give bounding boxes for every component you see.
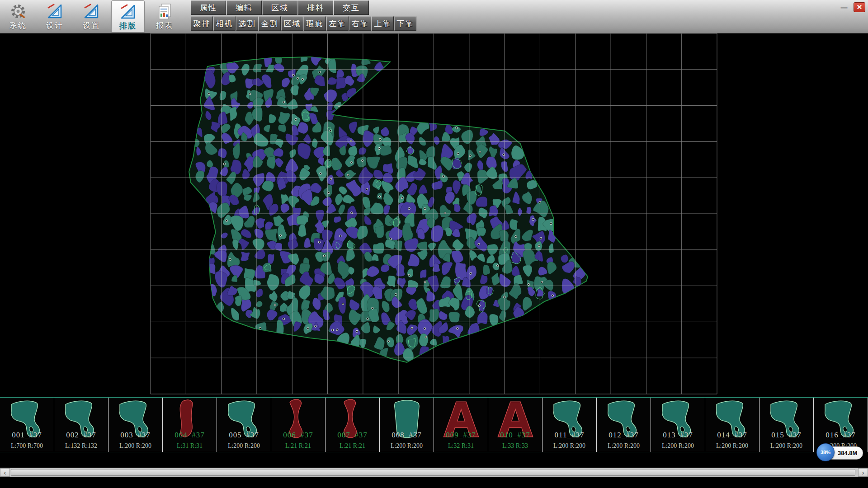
- titlebar: 系统设计设置排版报表 属性编辑区域排料交互 聚排相机选割全割区域瑕疵左靠右靠上靠…: [0, 0, 868, 33]
- piece-thumbnail[interactable]: 012_#37L:200 R:200: [597, 398, 651, 452]
- menu-action-button[interactable]: 选割: [236, 16, 258, 31]
- menu-action-button[interactable]: 区域: [281, 16, 303, 31]
- menu-action-button[interactable]: 左靠: [326, 16, 349, 31]
- piece-lr-label: L:132 R:132: [54, 442, 108, 450]
- gear-icon: [8, 1, 28, 21]
- toolbar-button-label: 设计: [46, 21, 63, 30]
- piece-thumbnail[interactable]: 007_#37L:21 R:21: [326, 398, 380, 452]
- piece-name-label: 003_#37: [108, 431, 162, 440]
- piece-thumbnail[interactable]: 008_#37L:200 R:200: [380, 398, 434, 452]
- report-icon: [155, 1, 175, 21]
- pieces-strip: 001_#37L:700 R:700002_#37L:132 R:132003_…: [0, 397, 868, 452]
- piece-name-label: 007_#37: [326, 431, 379, 440]
- piece-name-label: 009_#37: [434, 431, 488, 440]
- piece-lr-label: L:31 R:31: [163, 442, 217, 450]
- piece-lr-label: L:200 R:200: [542, 442, 596, 450]
- window-controls: — ✕: [838, 2, 865, 12]
- scroll-right-arrow[interactable]: ›: [858, 468, 868, 477]
- status-bar: 384.8M 38%: [816, 443, 867, 461]
- piece-name-label: 008_#37: [380, 431, 434, 440]
- menu-action-button[interactable]: 瑕疵: [304, 16, 326, 31]
- menu-tabs: 属性编辑区域排料交互: [191, 0, 416, 15]
- piece-name-label: 002_#37: [54, 431, 108, 440]
- piece-thumbnail[interactable]: 015_#37L:200 R:200: [760, 398, 814, 452]
- piece-thumbnail[interactable]: 014_#37L:200 R:200: [705, 398, 760, 452]
- menu-actions: 聚排相机选割全割区域瑕疵左靠右靠上靠下靠: [191, 15, 416, 31]
- menu-action-button[interactable]: 聚排: [191, 16, 213, 31]
- piece-thumbnail[interactable]: 013_#37L:200 R:200: [651, 398, 705, 452]
- menu-action-button[interactable]: 下靠: [394, 16, 416, 31]
- piece-name-label: 014_#37: [705, 431, 759, 440]
- toolbar-button-排版[interactable]: 排版: [111, 0, 145, 33]
- piece-lr-label: L:200 R:200: [705, 442, 759, 450]
- piece-name-label: 012_#37: [597, 431, 651, 440]
- piece-name-label: 015_#37: [760, 431, 813, 440]
- close-button[interactable]: ✕: [854, 2, 865, 12]
- piece-name-label: 006_#37: [271, 431, 325, 440]
- piece-lr-label: L:200 R:200: [380, 442, 434, 450]
- piece-lr-label: L:200 R:200: [597, 442, 651, 450]
- menu-tab[interactable]: 编辑: [226, 0, 262, 15]
- piece-lr-label: L:200 R:200: [651, 442, 705, 450]
- toolbar-button-报表[interactable]: 报表: [148, 0, 181, 33]
- scroll-left-arrow[interactable]: ‹: [0, 468, 10, 477]
- piece-lr-label: L:200 R:200: [108, 442, 162, 450]
- piece-thumbnail[interactable]: 004_#37L:31 R:31: [163, 398, 217, 452]
- piece-thumbnail[interactable]: 006_#37L:21 R:21: [271, 398, 326, 452]
- menu-tab[interactable]: 交互: [334, 0, 369, 15]
- piece-thumbnail[interactable]: 001_#37L:700 R:700: [0, 398, 54, 452]
- menu-tab[interactable]: 属性: [191, 0, 226, 15]
- piece-lr-label: L:200 R:200: [760, 442, 813, 450]
- toolbar-button-label: 设置: [83, 21, 100, 30]
- minimize-button[interactable]: —: [838, 2, 850, 12]
- memory-percent-badge[interactable]: 38%: [816, 443, 835, 461]
- set-square-icon: [118, 2, 138, 22]
- toolbar-button-label: 系统: [9, 21, 27, 30]
- scrollbar-track[interactable]: [10, 468, 858, 477]
- piece-lr-label: L:33 R:33: [488, 442, 542, 450]
- menu-action-button[interactable]: 全割: [259, 16, 281, 31]
- piece-lr-label: L:32 R:31: [434, 442, 488, 450]
- toolbar-button-label: 报表: [156, 21, 173, 30]
- piece-thumbnail[interactable]: 009_#37L:32 R:31: [434, 398, 488, 452]
- piece-name-label: 016_#37: [814, 431, 868, 440]
- piece-thumbnail[interactable]: 002_#37L:132 R:132: [54, 398, 108, 452]
- nesting-canvas[interactable]: [0, 33, 868, 397]
- toolbar-button-系统[interactable]: 系统: [1, 0, 35, 33]
- piece-lr-label: L:700 R:700: [0, 442, 54, 450]
- app-toolbar-buttons: 系统设计设置排版报表: [1, 0, 181, 33]
- piece-name-label: 005_#37: [217, 431, 271, 440]
- menu-action-button[interactable]: 上靠: [372, 16, 394, 31]
- toolbar-button-设计[interactable]: 设计: [38, 0, 71, 33]
- set-square-icon: [45, 1, 65, 21]
- menu-tab[interactable]: 区域: [262, 0, 297, 15]
- piece-name-label: 004_#37: [163, 431, 217, 440]
- bottom-filler: [0, 477, 868, 488]
- piece-thumbnail[interactable]: 011_#37L:200 R:200: [542, 398, 597, 452]
- piece-lr-label: L:200 R:200: [217, 442, 271, 450]
- menu-action-button[interactable]: 相机: [213, 16, 236, 31]
- piece-thumbnail[interactable]: 003_#37L:200 R:200: [108, 398, 163, 452]
- scrollbar-thumb[interactable]: [11, 469, 855, 476]
- piece-thumbnail[interactable]: 010_#37L:33 R:33: [488, 398, 542, 452]
- piece-lr-label: L:21 R:21: [326, 442, 379, 450]
- menu-tab[interactable]: 排料: [298, 0, 333, 15]
- piece-name-label: 010_#37: [488, 431, 542, 440]
- toolbar-button-设置[interactable]: 设置: [75, 0, 108, 33]
- menu-action-button[interactable]: 右靠: [349, 16, 371, 31]
- piece-name-label: 013_#37: [651, 431, 705, 440]
- nesting-canvas-svg: [0, 33, 868, 397]
- horizontal-scrollbar: ‹ ›: [0, 468, 868, 477]
- piece-name-label: 001_#37: [0, 431, 54, 440]
- piece-thumbnail[interactable]: 005_#37L:200 R:200: [217, 398, 271, 452]
- toolbar-button-label: 排版: [119, 22, 137, 31]
- piece-lr-label: L:21 R:21: [271, 442, 325, 450]
- set-square-icon: [81, 1, 101, 21]
- menu-area: 属性编辑区域排料交互 聚排相机选割全割区域瑕疵左靠右靠上靠下靠: [191, 0, 416, 31]
- piece-name-label: 011_#37: [542, 431, 596, 440]
